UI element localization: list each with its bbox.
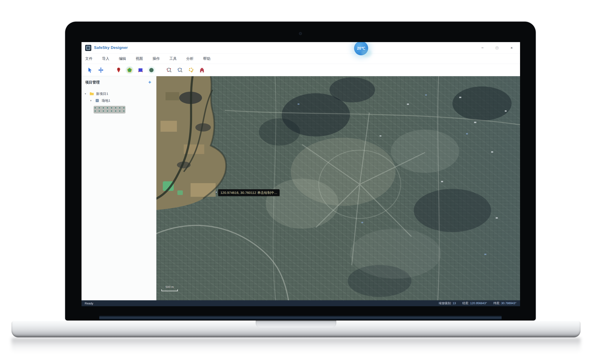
- laptop-mockup: SafeSky Designer 20℃ − □ × 文件 导入 编辑 视图 操…: [0, 0, 592, 364]
- map-pin-icon: [116, 67, 122, 73]
- menu-operate[interactable]: 操作: [152, 56, 160, 62]
- site-icon: [95, 98, 100, 103]
- laptop-reflection: [11, 338, 581, 353]
- toolbar: [81, 64, 520, 76]
- window-controls: − □ ×: [480, 42, 514, 53]
- add-project-button[interactable]: +: [147, 80, 153, 85]
- app-title: SafeSky Designer: [94, 46, 128, 50]
- circle-icon: [148, 67, 154, 73]
- zoom-in-tool-button[interactable]: [165, 66, 173, 74]
- map-viewport[interactable]: 120.974616, 30.760112 单击绘制中... 500 m: [156, 76, 520, 300]
- zoom-out-tool-button[interactable]: [176, 66, 184, 74]
- tree-item-label: 场地1: [101, 98, 110, 103]
- model-tool-button[interactable]: [198, 66, 206, 74]
- caret-down-icon[interactable]: ▾: [85, 92, 87, 95]
- scale-label: 500 m: [161, 285, 178, 289]
- menu-edit[interactable]: 编辑: [118, 56, 126, 62]
- panel-title: 项目管理: [85, 80, 100, 85]
- longitude-readout: 经度:120.956843°: [462, 301, 487, 305]
- menu-help[interactable]: 帮助: [203, 56, 211, 62]
- project-panel-header: 项目管理 +: [81, 76, 156, 87]
- select-tool-button[interactable]: [86, 66, 94, 74]
- laptop-screen: SafeSky Designer 20℃ − □ × 文件 导入 编辑 视图 操…: [65, 22, 536, 321]
- polygon-icon: [126, 67, 133, 73]
- titlebar: SafeSky Designer 20℃ − □ ×: [81, 42, 520, 53]
- webcam-dot-icon: [299, 32, 302, 35]
- lasso-icon: [188, 67, 194, 73]
- workspace: 项目管理 + ▾ 新项目1 ▾: [81, 76, 520, 300]
- zoom-in-icon: [166, 67, 172, 73]
- building-icon: [199, 67, 205, 73]
- move-icon: [98, 67, 104, 73]
- caret-down-icon[interactable]: ▾: [90, 99, 93, 102]
- project-tree: ▾ 新项目1 ▾ 场地1: [81, 87, 156, 113]
- map-scalebar: 500 m: [161, 285, 178, 291]
- zoom-level: 缩放级别:13: [439, 301, 456, 305]
- tree-item-label: 新项目1: [96, 92, 108, 96]
- rectangle-icon: [138, 67, 143, 73]
- laptop-notch: [256, 321, 336, 328]
- pin-tool-button[interactable]: [114, 66, 123, 74]
- cursor-icon: [87, 67, 93, 73]
- menu-view[interactable]: 视图: [135, 56, 143, 62]
- menubar: 文件 导入 编辑 视图 操作 工具 分析 帮助: [81, 53, 520, 64]
- folder-icon: [89, 91, 94, 96]
- laptop-base: [11, 321, 581, 337]
- app-logo-icon: [85, 45, 91, 51]
- drawing-tooltip: 120.974616, 30.760112 单击绘制中...: [218, 189, 279, 196]
- status-ready: Ready: [85, 302, 93, 305]
- app-window: SafeSky Designer 20℃ − □ × 文件 导入 编辑 视图 操…: [81, 42, 520, 306]
- weather-badge-label: 20℃: [357, 46, 365, 51]
- rectangle-tool-button[interactable]: [136, 66, 145, 74]
- menu-analysis[interactable]: 分析: [186, 56, 194, 62]
- ellipse-tool-button[interactable]: [147, 66, 156, 74]
- draw-vertex-marker: [215, 191, 217, 193]
- weather-badge: 20℃: [354, 42, 368, 55]
- status-coordinates: 缩放级别:13 经度:120.956843° 纬度:30.786943°: [439, 301, 516, 305]
- polygon-tool-button[interactable]: [125, 66, 134, 74]
- statusbar: Ready 缩放级别:13 经度:120.956843° 纬度:30.78694…: [81, 300, 520, 306]
- menu-file[interactable]: 文件: [85, 56, 93, 62]
- menu-import[interactable]: 导入: [101, 56, 110, 62]
- tree-item-site[interactable]: ▾ 场地1: [81, 97, 156, 104]
- tree-item-project[interactable]: ▾ 新项目1: [81, 90, 156, 97]
- satellite-imagery: [156, 76, 520, 300]
- zoom-out-icon: [177, 67, 183, 73]
- scale-ruler: [161, 289, 178, 291]
- laptop-hinge: [99, 316, 502, 320]
- close-button[interactable]: ×: [509, 46, 514, 50]
- minimize-button[interactable]: −: [480, 46, 485, 50]
- menu-tools[interactable]: 工具: [169, 56, 177, 62]
- lasso-measure-tool-button[interactable]: [187, 66, 195, 74]
- pan-tool-button[interactable]: [97, 66, 105, 74]
- project-panel: 项目管理 + ▾ 新项目1 ▾: [81, 76, 156, 300]
- latitude-readout: 纬度:30.786943°: [493, 301, 516, 305]
- site-thumbnail[interactable]: [93, 106, 126, 113]
- maximize-button[interactable]: □: [495, 46, 499, 50]
